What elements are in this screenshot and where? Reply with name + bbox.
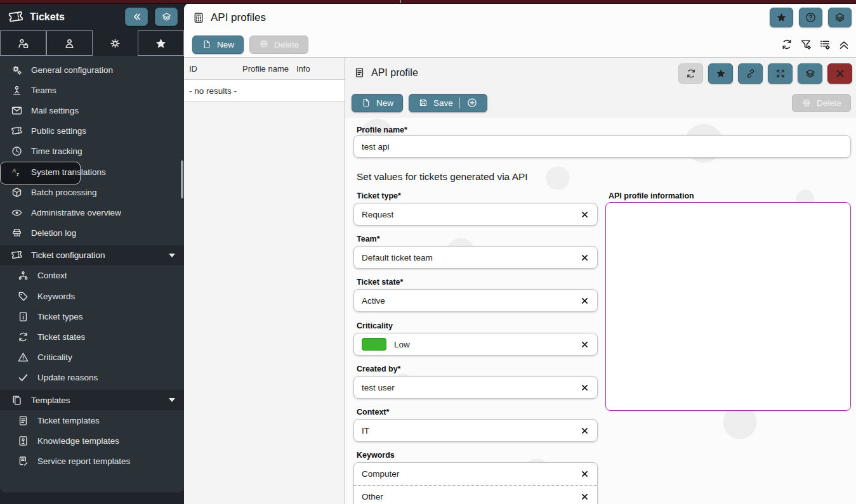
sidebar-item-time-tracking[interactable]: Time tracking xyxy=(0,141,184,162)
column-header-id[interactable]: ID xyxy=(184,64,242,74)
panel-delete-button[interactable]: Delete xyxy=(792,94,851,112)
panel-close-button[interactable] xyxy=(827,63,852,84)
ticket-state-label: Ticket state* xyxy=(357,278,403,287)
tab-settings[interactable] xyxy=(93,30,138,56)
tab-contacts[interactable] xyxy=(46,30,93,56)
sidebar-item-keywords[interactable]: Keywords xyxy=(0,286,184,306)
plus-circle-icon[interactable] xyxy=(466,97,478,108)
team-select[interactable]: Default ticket team xyxy=(353,246,598,269)
new-button[interactable]: New xyxy=(192,36,244,54)
sidebar-item-context[interactable]: Context xyxy=(0,266,184,286)
created-by-select[interactable]: test user xyxy=(353,376,598,399)
panel-favorite-button[interactable] xyxy=(708,63,733,84)
tab-favorites[interactable] xyxy=(138,30,184,56)
person-icon xyxy=(63,37,76,50)
tag-icon xyxy=(17,290,29,302)
clear-button[interactable] xyxy=(580,340,589,349)
panel-new-label: New xyxy=(376,98,393,108)
sidebar-item-public-settings[interactable]: Public settings xyxy=(0,121,184,141)
layers-button[interactable] xyxy=(828,8,852,27)
panel-reload-button[interactable] xyxy=(678,63,703,84)
keyword-item: Other xyxy=(354,486,597,504)
tab-organisations[interactable] xyxy=(0,30,46,56)
panel-new-button[interactable]: New xyxy=(352,94,403,112)
profile-name-value: test api xyxy=(362,142,390,152)
sidebar-item-deletion-log[interactable]: Deletion log xyxy=(0,223,184,243)
criticality-label: Criticality xyxy=(357,321,393,330)
document-icon xyxy=(353,67,365,79)
sidebar-layers-button[interactable] xyxy=(155,8,178,26)
profile-name-label: Profile name* xyxy=(357,126,407,134)
sidebar-item-ticket-templates[interactable]: Ticket templates xyxy=(0,410,184,430)
sidebar-item-teams[interactable]: Teams xyxy=(0,80,184,100)
sidebar-item-ticket-states[interactable]: Ticket states xyxy=(0,326,184,347)
clear-button[interactable] xyxy=(580,253,589,262)
sidebar-item-label: Ticket states xyxy=(37,332,85,342)
layers-icon xyxy=(805,68,816,79)
sidebar-item-service-report-templates[interactable]: Service report templates xyxy=(0,451,184,472)
clear-button[interactable] xyxy=(580,296,589,306)
sidebar-item-knowledge-templates[interactable]: Knowledge templates xyxy=(0,430,184,451)
sidebar-item-ticket-types[interactable]: Ticket types xyxy=(0,306,184,326)
sidebar-item-label: Teams xyxy=(31,86,56,95)
api-profile-information-textarea[interactable] xyxy=(605,202,851,411)
sidebar-item-update-reasons[interactable]: Update reasons xyxy=(0,368,184,388)
collapse-icon[interactable] xyxy=(838,38,850,51)
sidebar-group-templates[interactable]: Templates xyxy=(0,390,184,410)
ticket-type-value: Request xyxy=(362,210,393,219)
panel-fullscreen-button[interactable] xyxy=(768,63,793,84)
reload-icon xyxy=(685,68,697,79)
clear-button[interactable] xyxy=(580,469,589,479)
sidebar-item-general-configuration[interactable]: General configuration xyxy=(0,60,184,80)
panel-delete-label: Delete xyxy=(817,98,841,108)
profile-name-input[interactable]: test api xyxy=(353,135,851,158)
criticality-select[interactable]: Low xyxy=(353,333,598,356)
clear-button[interactable] xyxy=(580,492,589,501)
ticket-icon xyxy=(8,9,24,25)
document-pen-icon xyxy=(17,455,29,467)
copy-icon xyxy=(11,394,23,406)
ticket-state-select[interactable]: Active xyxy=(353,289,598,312)
sidebar-item-label: Time tracking xyxy=(31,146,82,156)
sidebar-tab-bar xyxy=(0,30,184,56)
ticket-icon xyxy=(11,125,23,137)
favorite-button[interactable] xyxy=(770,8,793,27)
clear-button[interactable] xyxy=(580,383,589,392)
panel-save-button[interactable]: Save xyxy=(409,94,487,112)
created-by-label: Created by* xyxy=(357,365,400,373)
sidebar-scrollbar[interactable] xyxy=(181,160,183,198)
star-icon xyxy=(154,37,168,50)
check-icon xyxy=(17,372,29,384)
sidebar-title: Tickets xyxy=(30,11,65,23)
sidebar-item-system-translations[interactable]: System translations xyxy=(0,162,184,182)
column-header-info[interactable]: Info xyxy=(296,64,310,74)
panel-link-button[interactable] xyxy=(738,63,763,84)
ticket-type-select[interactable]: Request xyxy=(353,203,598,226)
clear-icon xyxy=(580,469,589,479)
clear-button[interactable] xyxy=(580,210,589,219)
sidebar-item-mail-settings[interactable]: Mail settings xyxy=(0,100,184,120)
delete-button[interactable]: Delete xyxy=(249,36,308,54)
api-profile-form: Profile name* test api Set values for ti… xyxy=(345,118,856,504)
sidebar-item-criticality[interactable]: Criticality xyxy=(0,347,184,368)
book-icon xyxy=(17,435,29,447)
keyword-item: Computer xyxy=(354,463,597,486)
panel-layers-button[interactable] xyxy=(798,63,822,84)
sidebar-item-administrative-overview[interactable]: Administrative overview xyxy=(0,202,184,223)
keywords-multiselect[interactable]: Computer Other xyxy=(353,462,598,504)
clear-button[interactable] xyxy=(580,426,589,436)
column-settings-icon[interactable] xyxy=(819,38,831,51)
sidebar-group-ticket-configuration[interactable]: Ticket configuration xyxy=(0,245,184,266)
close-icon xyxy=(834,68,846,79)
sidebar-item-label: Batch processing xyxy=(31,188,97,197)
document-icon xyxy=(17,415,29,427)
help-button[interactable] xyxy=(799,8,822,27)
sidebar-item-label: Keywords xyxy=(37,292,75,301)
sidebar-item-batch-processing[interactable]: Batch processing xyxy=(0,182,184,202)
reload-icon[interactable] xyxy=(780,38,793,51)
context-select[interactable]: IT xyxy=(353,419,598,442)
filter-icon[interactable] xyxy=(800,38,812,51)
sidebar-item-label: Deletion log xyxy=(31,228,76,238)
collapse-sidebar-button[interactable] xyxy=(125,8,148,26)
column-header-profile-name[interactable]: Profile name xyxy=(242,64,296,74)
